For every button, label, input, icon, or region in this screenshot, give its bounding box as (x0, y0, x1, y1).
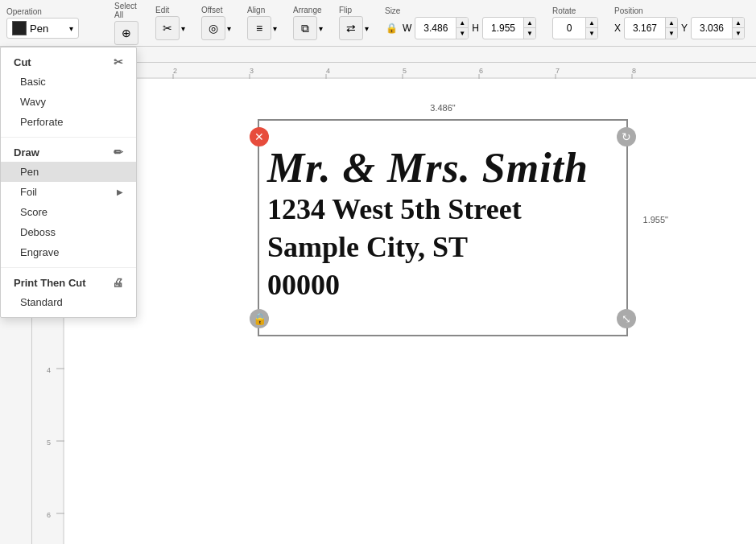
rotate-label: Rotate (552, 6, 576, 15)
x-up[interactable]: ▲ (666, 18, 677, 28)
x-input[interactable] (625, 20, 665, 36)
operation-dropdown: Cut ✂ Basic Wavy Perforate Draw ✏ Pen Fo… (0, 47, 137, 318)
menu-item-deboss[interactable]: Deboss (1, 222, 136, 242)
handle-close[interactable]: ✕ (250, 127, 269, 146)
rotate-input[interactable] (553, 20, 585, 36)
edit-arrow: ▾ (181, 24, 185, 33)
x-stepper: ▲ ▼ (665, 18, 677, 39)
rotate-up[interactable]: ▲ (586, 18, 597, 28)
print-then-cut-section: Print Then Cut 🖨 Standard (1, 268, 136, 317)
y-down[interactable]: ▼ (733, 28, 744, 39)
menu-item-wavy[interactable]: Wavy (1, 92, 136, 112)
menu-item-engrave[interactable]: Engrave (1, 242, 136, 262)
y-stepper: ▲ ▼ (732, 18, 744, 39)
x-input-wrap: ▲ ▼ (624, 17, 678, 39)
size-label: Size (385, 6, 400, 15)
height-label: H (472, 23, 479, 34)
y-up[interactable]: ▲ (733, 18, 744, 28)
print-then-cut-label: Print Then Cut (14, 277, 86, 289)
offset-label: Offset (201, 6, 223, 14)
height-up[interactable]: ▲ (524, 18, 535, 28)
measurement-right: 1.955" (643, 215, 668, 225)
align-label: Align (247, 6, 265, 14)
handle-scale[interactable]: ⤡ (617, 309, 636, 328)
x-down[interactable]: ▼ (666, 28, 677, 39)
operation-color-box (12, 21, 27, 35)
select-all-button[interactable]: ⊕ (114, 21, 138, 45)
menu-item-score[interactable]: Score (1, 202, 136, 222)
handle-rotate[interactable]: ↻ (617, 127, 636, 146)
measurement-top: 3.486" (430, 103, 455, 113)
address-line1: 1234 West 5th Street (267, 191, 618, 229)
handle-lock[interactable]: 🔒 (250, 309, 269, 328)
menu-item-standard[interactable]: Standard (1, 292, 136, 312)
toolbar: Operation Pen ▾ Select All ⊕ Edit ✂ ▾ Of… (0, 0, 756, 47)
selection-box: ✕ ↻ 🔒 ⤡ Mr. & Mrs. Smith 1234 West 5th S… (258, 119, 628, 336)
operation-group: Operation Pen ▾ (6, 7, 103, 39)
draw-label: Draw (14, 146, 39, 159)
cut-section: Cut ✂ Basic Wavy Perforate (1, 47, 136, 138)
offset-section: Offset ◎ ▾ (196, 6, 236, 40)
select-all-label: Select All (114, 2, 139, 19)
position-section: Position X ▲ ▼ Y ▲ ▼ (609, 6, 750, 39)
menu-item-foil[interactable]: Foil ▶ (1, 182, 136, 202)
rotate-input-wrap: ▲ ▼ (552, 17, 598, 39)
draw-header: Draw ✏ (1, 142, 136, 162)
align-section: Align ≡ ▾ (242, 6, 282, 40)
svg-rect-0 (32, 63, 756, 79)
cut-label: Cut (14, 56, 31, 68)
ruler-top-container (32, 47, 756, 62)
svg-text:4: 4 (47, 366, 51, 374)
rotate-section: Rotate ▲ ▼ (547, 6, 603, 39)
edit-section: Edit ✂ ▾ (151, 6, 190, 40)
menu-item-pen[interactable]: Pen (1, 162, 136, 182)
y-input[interactable] (692, 20, 732, 36)
height-input-wrap: ▲ ▼ (482, 17, 536, 39)
rotate-stepper: ▲ ▼ (585, 18, 597, 39)
svg-text:6: 6 (47, 511, 51, 519)
operation-label: Operation (6, 7, 42, 16)
y-label: Y (681, 23, 688, 34)
operation-select[interactable]: Pen ▾ (6, 18, 79, 39)
align-arrow: ▾ (273, 24, 277, 33)
svg-text:4: 4 (326, 67, 330, 75)
select-all-section: Select All ⊕ (109, 2, 144, 45)
height-down[interactable]: ▼ (524, 28, 535, 39)
rotate-down[interactable]: ▼ (586, 28, 597, 39)
height-input[interactable] (483, 20, 523, 36)
width-input[interactable] (415, 20, 456, 36)
cut-header: Cut ✂ (1, 52, 136, 72)
design-canvas[interactable]: 3.486" 1.955" ✕ ↻ 🔒 ⤡ Mr. & Mrs. Smith 1… (32, 63, 756, 544)
align-button[interactable]: ≡ (247, 16, 271, 40)
edit-button[interactable]: ✂ (155, 16, 180, 40)
flip-section: Flip ⇄ ▾ (334, 6, 374, 40)
width-up[interactable]: ▲ (456, 18, 468, 28)
menu-item-perforate[interactable]: Perforate (1, 112, 136, 132)
flip-label: Flip (339, 6, 352, 14)
cut-icon: ✂ (114, 56, 123, 68)
arrange-button[interactable]: ⧉ (293, 16, 317, 40)
svg-text:5: 5 (47, 439, 51, 447)
arrange-arrow: ▾ (319, 24, 323, 33)
draw-section: Draw ✏ Pen Foil ▶ Score Deboss Engrave (1, 138, 136, 268)
svg-text:7: 7 (556, 67, 560, 75)
width-stepper: ▲ ▼ (456, 18, 468, 39)
flip-arrow: ▾ (365, 24, 369, 33)
x-label: X (614, 23, 621, 34)
name-text: Mr. & Mrs. Smith (267, 145, 618, 191)
size-lock-icon[interactable]: 🔒 (385, 21, 399, 35)
address-line2: Sample City, ST (267, 229, 618, 266)
address-text: Mr. & Mrs. Smith 1234 West 5th Street Sa… (267, 145, 618, 304)
height-stepper: ▲ ▼ (523, 18, 535, 39)
address-line3: 00000 (267, 266, 618, 304)
ruler-ticks-svg: 1 2 3 4 5 6 7 8 (32, 63, 756, 79)
ruler-top (32, 47, 756, 63)
design-content: 3.486" 1.955" ✕ ↻ 🔒 ⤡ Mr. & Mrs. Smith 1… (258, 103, 628, 336)
svg-text:8: 8 (632, 67, 636, 75)
offset-button[interactable]: ◎ (201, 16, 225, 40)
foil-arrow: ▶ (117, 188, 123, 196)
print-icon: 🖨 (112, 276, 123, 289)
width-down[interactable]: ▼ (456, 28, 468, 39)
menu-item-basic[interactable]: Basic (1, 72, 136, 92)
flip-button[interactable]: ⇄ (339, 16, 363, 40)
